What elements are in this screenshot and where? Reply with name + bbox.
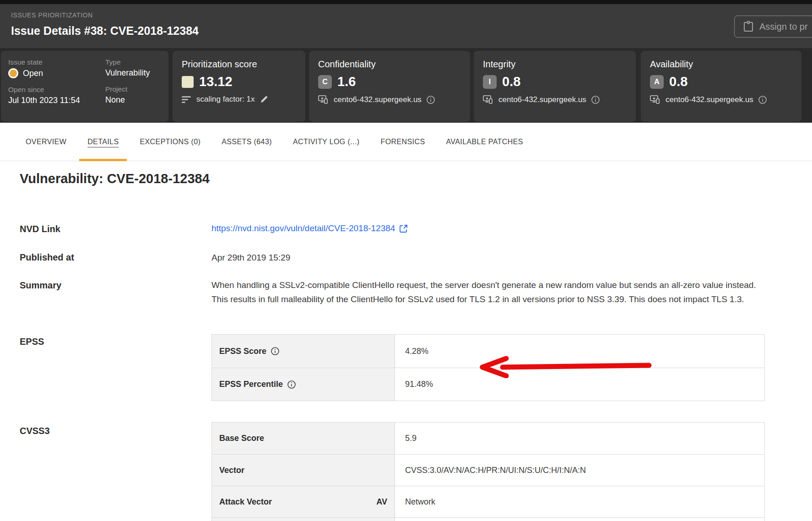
epss-section-label: EPSS [20,336,44,347]
integrity-card: Integrity I 0.8 cento6-432.supergeek.us [474,51,636,122]
open-status-icon [8,68,18,78]
open-since-value: Jul 10th 2023 11:54 [8,96,105,105]
assign-to-project-button[interactable]: Assign to pr [734,16,812,38]
issue-state-label: Issue state [8,58,105,66]
external-link-icon [399,224,408,233]
clipboard-icon [743,21,754,33]
issue-state-card: Issue state Open Open since Jul 10th 202… [1,51,168,122]
project-label: Project [105,85,168,93]
integrity-host: cento6-432.supergeek.us [498,95,586,104]
detail-tabs: OVERVIEW DETAILS EXCEPTIONS (0) ASSETS (… [0,123,812,161]
published-at-label: Published at [20,252,74,263]
asset-host-icon [318,95,329,105]
integrity-score: 0.8 [502,74,520,89]
prioritization-title: Prioritization score [182,59,305,70]
info-icon[interactable] [426,95,435,104]
page-header: ISSUES PRIORITIZATION Issue Details #38:… [0,4,812,48]
availability-badge: A [650,75,664,89]
base-score-label: Base Score [219,434,264,443]
availability-title: Availability [650,59,801,70]
type-value: Vulnerability [105,68,168,78]
attack-vector-label: Attack Vector [219,497,272,507]
vulnerability-heading: Vulnerability: CVE-2018-12384 [20,171,210,186]
table-row: Vector CVSS:3.0/AV:N/AC:H/PR:N/UI:N/S:U/… [212,454,764,486]
table-row: Attack Vector AV Network [212,486,764,517]
table-row: EPSS Score 4.28% [212,335,764,368]
info-icon[interactable] [591,95,600,104]
confidentiality-host: cento6-432.supergeek.us [334,95,422,104]
info-icon[interactable] [287,380,296,389]
availability-card: Availability A 0.8 cento6-432.supergeek.… [641,51,801,122]
scaling-factor-label: scaling factor: 1x [196,95,255,104]
vector-label: Vector [219,466,244,475]
prioritization-score-value: 13.12 [199,74,233,89]
published-at-value: Apr 29th 2019 15:29 [211,253,290,263]
vector-value: CVSS:3.0/AV:N/AC:H/PR:N/UI:N/S:U/C:H/I:N… [395,455,764,486]
cvss3-table: Base Score 5.9 Vector CVSS:3.0/AV:N/AC:H… [211,422,765,521]
tab-forensics[interactable]: FORENSICS [373,123,433,161]
assign-button-label: Assign to pr [759,22,808,32]
top-strip [0,0,812,4]
edit-pencil-icon[interactable] [260,95,269,104]
score-swatch-icon [182,76,194,88]
nvd-link-label: NVD Link [20,224,60,234]
confidentiality-card: Confidentiality C 1.6 cento6-432.superge… [309,51,470,122]
attack-vector-abbr: AV [376,497,387,507]
epss-percentile-value: 91.48% [395,368,764,401]
tab-overview[interactable]: OVERVIEW [17,123,75,161]
tab-activity-log[interactable]: ACTIVITY LOG (...) [285,123,368,161]
epss-table: EPSS Score 4.28% EPSS Percentile 91.48% [211,334,765,401]
tab-exceptions[interactable]: EXCEPTIONS (0) [131,123,209,161]
prioritization-score-card: Prioritization score 13.12 scaling facto… [173,51,305,122]
attack-vector-value: Network [395,486,764,517]
page-title: Issue Details #38: CVE-2018-12384 [11,24,199,38]
confidentiality-title: Confidentiality [318,59,470,70]
project-value: None [105,95,168,105]
info-icon[interactable] [758,95,767,104]
asset-host-icon [483,95,494,105]
confidentiality-score: 1.6 [337,74,356,89]
base-score-value: 5.9 [395,423,764,454]
table-row-cutoff [212,517,764,521]
integrity-badge: I [483,75,497,89]
scaling-lines-icon [182,95,192,103]
breadcrumb: ISSUES PRIORITIZATION [11,11,93,19]
open-since-label: Open since [8,86,105,94]
issue-state-value: Open [23,69,43,78]
info-icon[interactable] [271,347,280,356]
cvss3-section-label: CVSS3 [20,426,50,436]
epss-score-label: EPSS Score [219,347,266,356]
confidentiality-badge: C [318,75,332,89]
epss-score-value: 4.28% [395,335,764,368]
summary-text: When handling a SSLv2-compatible ClientH… [211,278,757,306]
nvd-link[interactable]: https://nvd.nist.gov/vuln/detail/CVE-201… [211,223,408,233]
type-label: Type [105,58,168,66]
tab-available-patches[interactable]: AVAILABLE PATCHES [438,123,531,161]
availability-host: cento6-432.supergeek.us [666,95,753,104]
epss-percentile-label: EPSS Percentile [219,380,283,389]
table-row: Base Score 5.9 [212,423,764,454]
asset-host-icon [650,95,661,105]
availability-score: 0.8 [669,74,687,89]
summary-label: Summary [20,280,61,291]
tab-details[interactable]: DETAILS [79,123,127,161]
integrity-title: Integrity [483,59,636,70]
metric-cards-row: Issue state Open Open since Jul 10th 202… [0,48,812,123]
table-row: EPSS Percentile 91.48% [212,368,764,401]
tab-assets[interactable]: ASSETS (643) [213,123,280,161]
